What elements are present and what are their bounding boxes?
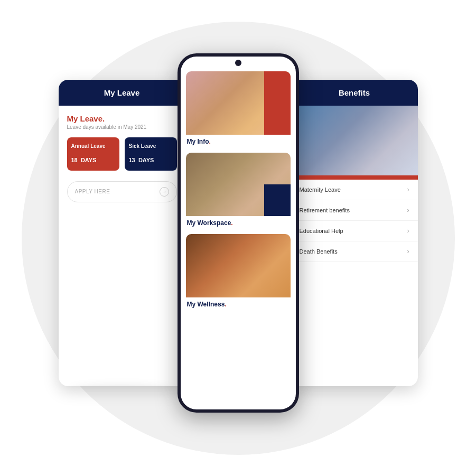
sick-leave-card: Sick Leave 13 DAYS (125, 137, 177, 171)
annual-leave-card: Annual Leave 18 DAYS (67, 137, 119, 171)
screen-left-my-leave: My Leave My Leave. Leave days available … (59, 80, 185, 386)
benefits-item-maternity[interactable]: Maternity Leave › (291, 180, 418, 200)
screen-center-phone: My Info. My Workspace. My Wellness. (178, 53, 299, 413)
benefits-item-retirement-label: Retirement benefits (300, 207, 350, 213)
benefits-item-educational-label: Educational Help (300, 228, 343, 234)
chevron-right-icon: › (407, 186, 409, 193)
benefits-item-maternity-label: Maternity Leave (300, 186, 341, 193)
my-workspace-label: My Workspace. (186, 216, 291, 230)
benefits-item-educational[interactable]: Educational Help › (291, 221, 418, 241)
benefits-list: Maternity Leave › Retirement benefits › … (291, 180, 418, 262)
sick-leave-label: Sick Leave (129, 143, 173, 150)
screen-right-benefits: Benefits Maternity Leave › Retirement be… (291, 80, 418, 386)
apply-here-icon: → (160, 187, 169, 197)
my-wellness-card[interactable]: My Wellness. (186, 234, 291, 311)
chevron-right-icon: › (407, 207, 409, 214)
phone-notch (235, 60, 241, 66)
leave-cards: Annual Leave 18 DAYS Sick Leave 13 DAYS (67, 137, 177, 171)
phone-content: My Info. My Workspace. My Wellness. (181, 57, 296, 409)
benefits-item-death[interactable]: Death Benefits › (291, 241, 418, 262)
phone-inner: My Info. My Workspace. My Wellness. (181, 57, 296, 409)
my-leave-title: My Leave. (67, 114, 177, 123)
right-header-title: Benefits (339, 88, 370, 97)
screens-container: My Leave My Leave. Leave days available … (59, 53, 418, 423)
my-info-card[interactable]: My Info. (186, 71, 291, 148)
apply-here-label: APPLY HERE (75, 189, 110, 194)
sick-leave-days: 13 DAYS (129, 152, 173, 165)
my-workspace-card[interactable]: My Workspace. (186, 153, 291, 230)
benefits-image (291, 106, 418, 180)
my-wellness-image (186, 234, 291, 297)
my-info-label: My Info. (186, 135, 291, 148)
left-screen-body: My Leave. Leave days available in May 20… (59, 106, 185, 211)
my-info-image (186, 71, 291, 135)
left-header-title: My Leave (104, 88, 140, 97)
annual-leave-label: Annual Leave (71, 143, 115, 150)
annual-leave-days: 18 DAYS (71, 152, 115, 165)
my-wellness-label: My Wellness. (186, 297, 291, 311)
my-workspace-image (186, 153, 291, 216)
chevron-right-icon: › (407, 248, 409, 255)
right-screen-header: Benefits (291, 80, 418, 106)
apply-here-button[interactable]: APPLY HERE → (67, 181, 177, 202)
benefits-item-retirement[interactable]: Retirement benefits › (291, 200, 418, 221)
leave-subtitle: Leave days available in May 2021 (67, 124, 177, 130)
benefits-item-death-label: Death Benefits (300, 248, 338, 255)
circle-background: My Leave My Leave. Leave days available … (22, 22, 455, 455)
left-screen-header: My Leave (59, 80, 185, 106)
chevron-right-icon: › (407, 227, 409, 235)
